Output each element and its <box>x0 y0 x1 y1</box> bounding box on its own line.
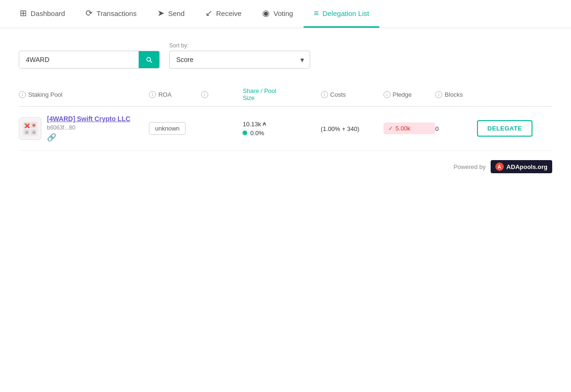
pledge-value: 5.00k <box>396 125 411 132</box>
chevron-down-icon: ▾ <box>295 55 310 64</box>
nav-delegation-list-label: Delegation List <box>322 9 369 17</box>
info-staking-pool-icon[interactable]: i <box>19 91 26 98</box>
pool-cell: [4WARD] Swift Crypto LLC b6063f...80 🔗 <box>19 115 149 142</box>
info-share-spacer-icon[interactable]: i <box>201 91 208 98</box>
nav-receive-label: Receive <box>216 9 242 17</box>
col-share-pool-size: Share / PoolSize <box>242 87 321 101</box>
pool-info: [4WARD] Swift Crypto LLC b6063f...80 🔗 <box>47 115 130 142</box>
ada-icon: ₳ <box>263 121 266 127</box>
nav-send-label: Send <box>168 9 185 17</box>
search-icon <box>145 56 153 63</box>
action-cell: DELEGATE <box>477 120 552 137</box>
nav-dashboard-label: Dashboard <box>31 9 65 17</box>
col-costs: i Costs <box>321 87 383 101</box>
svg-point-8 <box>32 131 35 134</box>
col-staking-pool-label: Staking Pool <box>28 91 63 98</box>
col-pledge: i Pledge <box>383 87 436 101</box>
dashboard-icon: ⊞ <box>20 8 27 18</box>
sort-select[interactable]: Score ROA Pool Size Pledge Costs Blocks <box>170 51 295 68</box>
pledge-check-icon: ✓ <box>388 125 393 132</box>
main-content: Sort by: Score ROA Pool Size Pledge Cost… <box>0 28 571 392</box>
send-icon: ➤ <box>157 8 164 18</box>
costs-value: (1.00% + 340) <box>321 125 360 132</box>
share-cell: 10.13k ₳ 0.0% <box>242 121 321 137</box>
sort-label: Sort by: <box>169 42 310 49</box>
share-dot <box>242 131 247 135</box>
delegate-button[interactable]: DELEGATE <box>477 120 532 137</box>
col-blocks: i Blocks <box>435 87 477 101</box>
receive-icon: ↙ <box>205 8 212 18</box>
pool-logo <box>19 117 41 140</box>
pool-id: b6063f...80 <box>47 124 130 131</box>
search-button[interactable] <box>139 51 159 68</box>
table-row: [4WARD] Swift Crypto LLC b6063f...80 🔗 u… <box>19 107 552 151</box>
share-top: 10.13k ₳ <box>242 121 321 128</box>
nav-receive[interactable]: ↙ Receive <box>195 0 252 28</box>
footer-row: Powered by A ADApools.org <box>19 151 552 173</box>
info-costs-icon[interactable]: i <box>321 91 328 98</box>
svg-point-9 <box>25 131 28 134</box>
pledge-badge: ✓ 5.00k <box>383 123 436 134</box>
share-pct: 0.0% <box>250 130 264 137</box>
search-input[interactable] <box>19 51 139 68</box>
col-action <box>477 87 552 101</box>
sort-group: Sort by: Score ROA Pool Size Pledge Cost… <box>169 42 310 69</box>
search-wrapper <box>19 51 160 69</box>
pledge-cell: ✓ 5.00k <box>383 123 436 134</box>
blocks-value: 0 <box>435 125 438 132</box>
svg-point-7 <box>32 124 35 127</box>
roa-badge: unknown <box>149 122 186 135</box>
nav-voting-label: Voting <box>274 9 293 17</box>
nav-delegation-list[interactable]: ≡ Delegation List <box>304 0 380 28</box>
pool-logo-svg <box>22 120 39 137</box>
info-blocks-icon[interactable]: i <box>435 91 442 98</box>
controls-row: Sort by: Score ROA Pool Size Pledge Cost… <box>19 42 552 69</box>
nav-send[interactable]: ➤ Send <box>147 0 195 28</box>
col-staking-pool: i Staking Pool <box>19 87 149 101</box>
nav-dashboard[interactable]: ⊞ Dashboard <box>9 0 75 28</box>
col-roa: i ROA <box>149 87 201 101</box>
blocks-cell: 0 <box>435 125 477 132</box>
info-pledge-icon[interactable]: i <box>383 91 391 98</box>
voting-icon: ◉ <box>262 8 270 18</box>
col-roa-label: ROA <box>158 91 172 98</box>
delegation-list-icon: ≡ <box>314 8 319 18</box>
nav-transactions-label: Transactions <box>96 9 136 17</box>
nav-voting[interactable]: ◉ Voting <box>252 0 304 28</box>
info-roa-icon[interactable]: i <box>149 91 156 98</box>
share-bar-row: 0.0% <box>242 130 321 137</box>
nav-bar: ⊞ Dashboard ⟳ Transactions ➤ Send ↙ Rece… <box>0 0 571 28</box>
col-costs-label: Costs <box>330 91 346 98</box>
table-header: i Staking Pool i ROA i Share / PoolSize … <box>19 83 552 107</box>
col-spacer: i <box>201 87 243 101</box>
pool-name[interactable]: [4WARD] Swift Crypto LLC <box>47 115 130 123</box>
transactions-icon: ⟳ <box>86 8 93 18</box>
col-share-pool-size-label: Share / PoolSize <box>242 87 276 101</box>
adapools-brand-label: ADApools.org <box>507 163 548 170</box>
nav-transactions[interactable]: ⟳ Transactions <box>75 0 147 28</box>
roa-cell: unknown <box>149 122 201 135</box>
costs-cell: (1.00% + 340) <box>321 125 383 132</box>
sort-select-wrapper: Score ROA Pool Size Pledge Costs Blocks … <box>169 51 310 69</box>
col-blocks-label: Blocks <box>445 91 462 98</box>
powered-by-text: Powered by <box>454 163 486 170</box>
share-amount: 10.13k <box>242 121 261 128</box>
adapools-badge[interactable]: A ADApools.org <box>491 160 552 173</box>
adapools-logo-icon: A <box>495 162 504 171</box>
pool-link[interactable]: 🔗 <box>47 133 130 142</box>
col-pledge-label: Pledge <box>393 91 412 98</box>
